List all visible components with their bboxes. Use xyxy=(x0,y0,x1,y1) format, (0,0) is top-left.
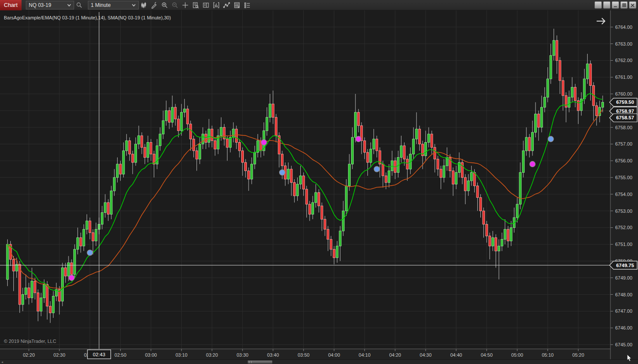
svg-text:6760.00: 6760.00 xyxy=(615,91,632,96)
properties-button[interactable] xyxy=(243,0,252,10)
search-icon xyxy=(76,2,83,9)
drawing-tools-button[interactable] xyxy=(149,0,159,10)
svg-text:6748.00: 6748.00 xyxy=(615,292,632,297)
interval-selector[interactable]: 1 Minute xyxy=(88,1,139,9)
zoom-out-button[interactable] xyxy=(170,0,180,10)
svg-text:6745.00: 6745.00 xyxy=(615,342,632,347)
svg-text:05:00: 05:00 xyxy=(511,352,523,358)
svg-text:04:20: 04:20 xyxy=(389,352,401,358)
svg-text:6764.00: 6764.00 xyxy=(615,25,632,30)
crosshair-time-marker: 02:43 xyxy=(87,350,111,359)
svg-text:6757.00: 6757.00 xyxy=(615,141,632,146)
strategies-button[interactable] xyxy=(232,0,242,10)
close-button[interactable] xyxy=(629,1,636,9)
line-tools-button[interactable] xyxy=(222,0,232,10)
svg-text:6758.00: 6758.00 xyxy=(615,125,632,130)
svg-text:6758.97: 6758.97 xyxy=(616,109,634,114)
zoom-in-icon xyxy=(161,2,168,9)
chart-panel[interactable]: 6745.006746.006747.006748.006749.006750.… xyxy=(0,10,638,359)
crosshair-icon xyxy=(182,2,189,9)
crosshair-button[interactable] xyxy=(181,0,190,10)
svg-text:6754.00: 6754.00 xyxy=(615,192,632,197)
svg-text:6749.00: 6749.00 xyxy=(615,275,632,280)
properties-icon xyxy=(244,2,251,9)
minimize-icon xyxy=(613,1,617,9)
chevron-down-icon xyxy=(67,4,71,6)
svg-text:03:00: 03:00 xyxy=(145,352,157,358)
svg-text:6763.00: 6763.00 xyxy=(615,41,632,47)
svg-text:6755.00: 6755.00 xyxy=(615,175,632,180)
svg-text:6753.00: 6753.00 xyxy=(615,208,632,214)
crosshair-price-marker: 6749.75 xyxy=(610,261,637,269)
drawing-tools-icon xyxy=(151,2,158,9)
svg-text:02:50: 02:50 xyxy=(115,352,127,358)
svg-text:6746.00: 6746.00 xyxy=(615,325,632,330)
svg-text:05:20: 05:20 xyxy=(573,352,585,358)
svg-text:05:10: 05:10 xyxy=(542,352,554,358)
svg-text:03:10: 03:10 xyxy=(175,352,187,358)
svg-text:02:43: 02:43 xyxy=(93,352,106,357)
indicators-button[interactable] xyxy=(212,0,221,10)
svg-text:04:50: 04:50 xyxy=(481,352,493,358)
scrollbar-thumb[interactable] xyxy=(248,361,272,364)
svg-text:6758.57: 6758.57 xyxy=(616,115,634,120)
chart-style-icon xyxy=(140,2,147,9)
chevron-down-icon xyxy=(132,4,136,6)
line-tools-icon xyxy=(223,2,230,9)
svg-text:04:00: 04:00 xyxy=(328,352,340,358)
chart-style-button[interactable] xyxy=(139,0,149,10)
svg-text:6747.00: 6747.00 xyxy=(615,308,632,314)
svg-text:6749.75: 6749.75 xyxy=(616,263,634,268)
go-to-latest-bar-button[interactable] xyxy=(595,16,608,28)
scroll-left-icon[interactable]: ◂ xyxy=(1,360,3,364)
svg-text:6751.00: 6751.00 xyxy=(615,242,632,247)
tab-chart-label: Chart xyxy=(4,2,18,8)
instrument-value: NQ 03-19 xyxy=(29,2,51,8)
restore-button[interactable] xyxy=(620,1,628,9)
data-box-icon xyxy=(192,2,199,9)
svg-text:04:10: 04:10 xyxy=(359,352,371,358)
svg-text:6759.50: 6759.50 xyxy=(616,100,634,105)
restore-icon xyxy=(622,1,626,9)
svg-text:6762.00: 6762.00 xyxy=(615,58,632,63)
svg-text:03:50: 03:50 xyxy=(298,352,310,358)
chart-trader-button[interactable] xyxy=(201,0,211,10)
sma-value-marker: 6758.57 xyxy=(610,114,637,122)
minimize-button[interactable] xyxy=(612,1,619,9)
tab-chart[interactable]: Chart xyxy=(0,0,22,10)
svg-text:6756.00: 6756.00 xyxy=(615,158,632,163)
indicators-icon xyxy=(213,2,220,9)
mouse-cursor-icon xyxy=(627,355,633,364)
plot-background xyxy=(0,10,610,349)
chart-title: BarsAgoExample/EMA(NQ 03-19 (1 Minute),1… xyxy=(4,15,171,20)
svg-text:04:40: 04:40 xyxy=(450,352,462,358)
zoom-out-icon xyxy=(171,2,178,9)
svg-text:03:20: 03:20 xyxy=(206,352,218,358)
horizontal-scrollbar[interactable]: ◂ xyxy=(0,359,638,364)
data-box-button[interactable] xyxy=(191,0,201,10)
price-chart[interactable]: 6745.006746.006747.006748.006749.006750.… xyxy=(0,10,638,359)
zoom-in-button[interactable] xyxy=(160,0,170,10)
svg-text:03:30: 03:30 xyxy=(237,352,249,358)
instrument-selector[interactable]: NQ 03-19 xyxy=(26,1,74,9)
strategies-icon xyxy=(233,2,240,9)
svg-text:02:30: 02:30 xyxy=(53,352,65,358)
svg-text:03:40: 03:40 xyxy=(267,352,279,358)
arrow-right-icon xyxy=(595,16,607,28)
chart-trader-icon xyxy=(202,2,209,9)
svg-text:6761.00: 6761.00 xyxy=(615,75,632,80)
copyright-text: © 2019 NinjaTrader, LLC xyxy=(4,339,56,344)
toolbar: Chart NQ 03-19 1 Minute xyxy=(0,0,638,10)
svg-text:6752.00: 6752.00 xyxy=(615,225,632,230)
svg-text:04:30: 04:30 xyxy=(420,352,432,358)
interval-link-button[interactable] xyxy=(603,1,610,9)
last-price-marker: 6759.50 xyxy=(610,98,637,106)
svg-text:02:20: 02:20 xyxy=(23,352,35,358)
window-controls xyxy=(594,1,636,9)
close-icon xyxy=(631,1,635,9)
interval-value: 1 Minute xyxy=(91,2,111,8)
instrument-link-button[interactable] xyxy=(594,1,602,9)
search-button[interactable] xyxy=(75,0,84,10)
